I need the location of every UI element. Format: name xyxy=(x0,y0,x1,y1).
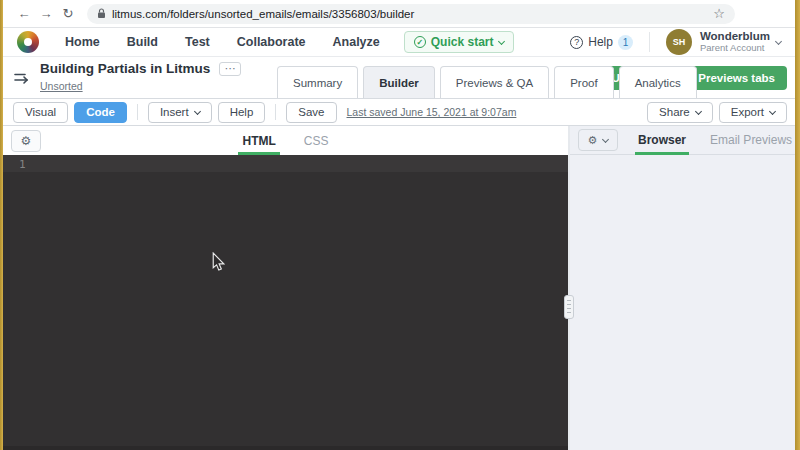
document-tabs: Summary Builder Previews & QA Proof Anal… xyxy=(277,66,697,98)
main-area: ⚙ HTML CSS 1 xyxy=(3,126,795,450)
preview-pane: ⚙ Browser Email Previews xyxy=(570,126,795,450)
code-editor[interactable]: 1 xyxy=(3,155,568,450)
export-label: Export xyxy=(731,106,764,118)
help-badge: 1 xyxy=(618,35,633,50)
title-bar: Building Partials in Litmus ⋯ Unsorted S… xyxy=(3,57,795,99)
bookmark-star-icon[interactable]: ☆ xyxy=(713,6,725,21)
last-saved-link[interactable]: Last saved June 15, 2021 at 9:07am xyxy=(347,106,517,118)
nav-item-build[interactable]: Build xyxy=(127,35,158,49)
insert-label: Insert xyxy=(160,106,189,118)
help-menu[interactable]: ? Help 1 xyxy=(570,35,633,50)
preview-body xyxy=(570,155,795,450)
pane-divider xyxy=(568,126,570,450)
divider xyxy=(649,32,650,52)
nav-item-analyze[interactable]: Analyze xyxy=(333,35,380,49)
line-number: 1 xyxy=(19,158,26,171)
visual-mode-button[interactable]: Visual xyxy=(13,102,68,123)
chevron-down-icon xyxy=(194,107,201,114)
screen-border-left xyxy=(0,0,3,450)
preview-settings-button[interactable]: ⚙ xyxy=(578,129,618,151)
preview-header: ⚙ Browser Email Previews xyxy=(570,126,795,155)
address-bar[interactable]: litmus.com/folders/unsorted_emails/email… xyxy=(87,4,735,24)
page-title: Building Partials in Litmus xyxy=(40,61,210,76)
account-menu[interactable]: Wonderblum Parent Account xyxy=(700,30,770,54)
export-button[interactable]: Export xyxy=(719,102,787,123)
insert-button[interactable]: Insert xyxy=(148,102,212,123)
gear-icon: ⚙ xyxy=(588,134,598,147)
url-text: litmus.com/folders/unsorted_emails/email… xyxy=(112,8,713,20)
check-circle-icon: ✓ xyxy=(414,36,426,48)
tab-css[interactable]: CSS xyxy=(302,126,331,155)
preview-tabs: Browser Email Previews xyxy=(636,126,794,154)
avatar[interactable]: SH xyxy=(666,29,692,55)
tab-builder[interactable]: Builder xyxy=(363,66,435,98)
back-icon[interactable]: ← xyxy=(13,6,35,21)
app: ← → ↻ litmus.com/folders/unsorted_emails… xyxy=(3,0,795,450)
sidebar-toggle-icon[interactable] xyxy=(13,70,32,85)
navbar-right: ? Help 1 SH Wonderblum Parent Account xyxy=(570,29,781,55)
resize-grip[interactable] xyxy=(564,295,574,319)
editor-toolbar: Visual Code Insert Help Save Last saved … xyxy=(3,99,795,126)
editor-bottom-edge xyxy=(3,446,568,450)
nav-item-home[interactable]: Home xyxy=(65,35,100,49)
chevron-down-icon xyxy=(775,37,782,44)
chevron-down-icon xyxy=(602,135,609,142)
tab-proof[interactable]: Proof xyxy=(554,66,614,98)
forward-icon[interactable]: → xyxy=(35,6,57,21)
code-editor-pane: ⚙ HTML CSS 1 xyxy=(3,126,568,450)
divider xyxy=(137,104,138,120)
code-mode-button[interactable]: Code xyxy=(74,102,127,123)
tab-browser[interactable]: Browser xyxy=(636,126,688,154)
help-label: Help xyxy=(588,35,613,49)
share-label: Share xyxy=(659,106,690,118)
litmus-logo[interactable] xyxy=(17,31,39,53)
active-line-highlight xyxy=(3,155,568,172)
question-circle-icon: ? xyxy=(570,36,583,49)
screen: ← → ↻ litmus.com/folders/unsorted_emails… xyxy=(0,0,800,450)
tab-previews-qa[interactable]: Previews & QA xyxy=(440,66,549,98)
screen-border-right xyxy=(795,0,800,450)
divider xyxy=(275,104,276,120)
tab-email-previews[interactable]: Email Previews xyxy=(708,126,794,154)
share-button[interactable]: Share xyxy=(647,102,713,123)
tab-analytics[interactable]: Analytics xyxy=(619,66,697,98)
code-tabs: HTML CSS xyxy=(3,126,568,155)
more-options-button[interactable]: ⋯ xyxy=(219,62,241,76)
chevron-down-icon xyxy=(769,107,776,114)
save-button[interactable]: Save xyxy=(286,102,336,123)
browser-chrome: ← → ↻ litmus.com/folders/unsorted_emails… xyxy=(3,0,795,28)
help-button[interactable]: Help xyxy=(218,102,266,123)
chevron-down-icon xyxy=(498,37,505,44)
mouse-cursor xyxy=(212,252,225,276)
litmus-navbar: Home Build Test Collaborate Analyze ✓ Qu… xyxy=(3,28,795,57)
quick-start-label: Quick start xyxy=(431,35,494,49)
toolbar-right: Share Export xyxy=(647,102,787,123)
tab-summary[interactable]: Summary xyxy=(277,66,358,98)
nav-links: Home Build Test Collaborate Analyze xyxy=(65,35,380,49)
nav-item-test[interactable]: Test xyxy=(185,35,210,49)
tab-html[interactable]: HTML xyxy=(240,126,277,155)
chevron-down-icon xyxy=(695,107,702,114)
lock-icon xyxy=(97,8,106,19)
reload-icon[interactable]: ↻ xyxy=(57,6,79,21)
quick-start-button[interactable]: ✓ Quick start xyxy=(404,31,515,53)
folder-link[interactable]: Unsorted xyxy=(40,80,83,92)
account-type: Parent Account xyxy=(700,43,770,54)
editor-header: ⚙ HTML CSS xyxy=(3,126,568,155)
title-block: Building Partials in Litmus ⋯ Unsorted xyxy=(40,61,241,94)
nav-item-collaborate[interactable]: Collaborate xyxy=(237,35,306,49)
